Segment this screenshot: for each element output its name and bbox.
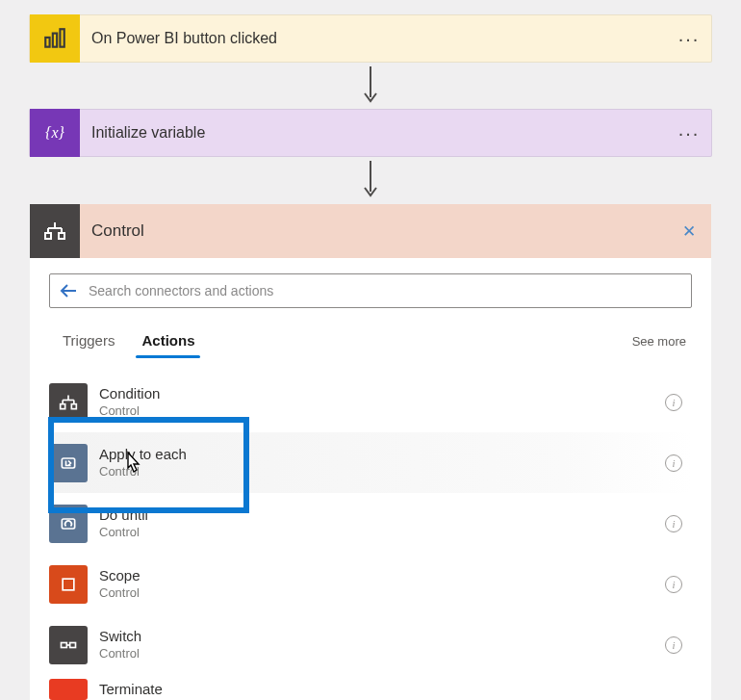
action-terminate[interactable]: Terminate (49, 675, 692, 700)
action-title: Apply to each (99, 446, 665, 463)
action-do-until[interactable]: Do until Control i (49, 493, 692, 554)
switch-icon (49, 626, 88, 664)
panel-title: Control (80, 221, 667, 241)
svg-rect-17 (61, 403, 65, 408)
trigger-card[interactable]: On Power BI button clicked ··· (29, 14, 712, 63)
svg-rect-18 (71, 403, 76, 408)
flow-arrow (29, 157, 712, 203)
action-condition[interactable]: Condition Control i (49, 372, 692, 432)
svg-rect-0 (45, 38, 49, 47)
info-icon[interactable]: i (665, 576, 682, 593)
panel-header: Control ✕ (30, 204, 711, 258)
variable-icon: {x} (30, 109, 80, 157)
action-sub: Control (99, 585, 665, 601)
action-title: Do until (99, 506, 665, 524)
svg-rect-21 (63, 579, 74, 590)
tabs-row: Triggers Actions See more (49, 322, 692, 360)
action-title: Scope (99, 567, 665, 584)
tab-triggers[interactable]: Triggers (49, 324, 128, 358)
svg-rect-19 (62, 458, 74, 468)
action-title: Terminate (99, 681, 682, 698)
search-input[interactable] (89, 283, 681, 298)
scope-icon (49, 565, 88, 604)
svg-rect-23 (70, 642, 76, 647)
action-title: Switch (99, 628, 665, 645)
action-sub: Control (99, 646, 665, 661)
svg-rect-10 (45, 233, 51, 239)
condition-icon (49, 383, 88, 422)
info-icon[interactable]: i (665, 515, 682, 532)
svg-rect-11 (59, 233, 64, 239)
svg-rect-22 (62, 642, 67, 647)
search-row (49, 273, 692, 308)
action-scope[interactable]: Scope Control i (49, 554, 692, 614)
flow-arrow (29, 63, 712, 109)
action-switch[interactable]: Switch Control i (49, 614, 692, 675)
see-more-link[interactable]: See more (632, 334, 692, 349)
initialize-variable-label: Initialize variable (80, 124, 667, 142)
control-icon (30, 204, 80, 258)
info-icon[interactable]: i (665, 394, 682, 411)
info-icon[interactable]: i (665, 454, 682, 472)
terminate-icon (49, 679, 88, 700)
control-panel: Control ✕ Triggers Actions See more (29, 203, 712, 700)
apply-to-each-icon (49, 444, 88, 482)
back-arrow-icon (60, 284, 77, 298)
trigger-menu[interactable]: ··· (667, 28, 711, 50)
tab-actions[interactable]: Actions (128, 324, 208, 358)
action-sub: Control (99, 403, 665, 419)
action-list: Condition Control i Apply to each Contro… (49, 372, 692, 700)
svg-rect-1 (53, 34, 57, 47)
action-apply-to-each[interactable]: Apply to each Control i (49, 432, 692, 493)
initialize-variable-menu[interactable]: ··· (667, 122, 711, 144)
action-title: Condition (99, 385, 665, 402)
svg-rect-2 (60, 29, 64, 46)
trigger-label: On Power BI button clicked (80, 30, 667, 47)
panel-close-button[interactable]: ✕ (667, 221, 711, 242)
back-button[interactable] (60, 284, 77, 298)
initialize-variable-card[interactable]: {x} Initialize variable ··· (29, 109, 712, 157)
info-icon[interactable]: i (665, 636, 682, 654)
powerbi-icon (30, 14, 80, 63)
svg-text:{x}: {x} (45, 124, 65, 141)
action-sub: Control (99, 464, 665, 480)
close-icon: ✕ (682, 222, 696, 241)
do-until-icon (49, 505, 88, 543)
action-sub: Control (99, 525, 665, 540)
